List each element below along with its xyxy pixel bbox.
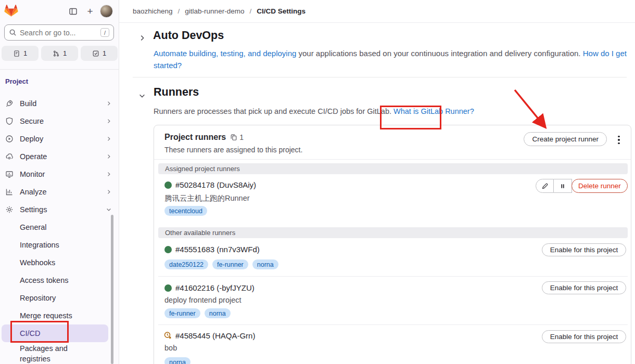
chart-icon <box>5 188 14 196</box>
runner-tags: date250122 fe-runner norna <box>164 259 278 269</box>
breadcrumb-separator: / <box>249 7 251 15</box>
sidebar-item-cicd[interactable]: CI/CD <box>2 324 108 342</box>
row-divider <box>158 276 628 277</box>
runner-id[interactable]: #4585445 (HAQA-Grn) <box>175 331 255 340</box>
sidebar-item-general[interactable]: General <box>0 218 119 236</box>
chevron-right-icon <box>106 136 112 142</box>
chevron-down-icon <box>138 92 146 99</box>
main-content: Auto DevOps Automate building, testing, … <box>119 23 635 364</box>
sidebar-item-secure[interactable]: Secure <box>0 112 119 130</box>
sidebar-item-repository[interactable]: Repository <box>0 289 119 307</box>
panel-title: Project runners 1 <box>164 133 244 142</box>
runner-description: bob <box>164 344 177 352</box>
runner-tag: tecentcloud <box>164 206 207 216</box>
rocket-icon <box>5 99 14 108</box>
chevron-right-icon <box>106 100 112 107</box>
enable-runner-button[interactable]: Enable for this project <box>542 243 626 256</box>
runner-tag: fe-runner <box>212 259 248 269</box>
breadcrumb-item-current: CI/CD Settings <box>257 7 306 15</box>
autodevops-expand-button[interactable] <box>136 32 148 44</box>
row-divider <box>158 324 628 325</box>
runners-title: Runners <box>154 86 199 99</box>
create-new-button[interactable]: + <box>84 6 96 17</box>
runner-count-icon <box>230 134 237 141</box>
what-is-runner-link[interactable]: What is GitLab Runner? <box>393 107 474 115</box>
sidebar-item-operate[interactable]: Operate <box>0 148 119 165</box>
sidebar-item-deploy[interactable]: Deploy <box>0 130 119 148</box>
pencil-icon <box>541 183 549 190</box>
user-avatar[interactable] <box>100 5 113 18</box>
other-runners-header: Other available runners <box>158 227 628 238</box>
sidebar-scrollbar[interactable] <box>111 215 113 364</box>
issues-counter[interactable]: 1 <box>2 46 39 61</box>
runner-tag: norna <box>164 357 190 364</box>
delete-runner-button[interactable]: Delete runner <box>572 179 628 193</box>
runner-online-status-icon <box>164 284 172 292</box>
chevron-right-icon <box>106 153 112 160</box>
sidebar-item-webhooks[interactable]: Webhooks <box>0 254 119 271</box>
pause-icon <box>560 183 566 189</box>
runner-id[interactable]: #50284178 (DuvS8Aiy) <box>175 180 256 189</box>
sidebar-item-merge-requests[interactable]: Merge requests <box>0 307 119 324</box>
chevron-right-icon <box>106 189 112 195</box>
monitor-icon <box>5 170 14 178</box>
section-divider <box>133 77 627 77</box>
autodevops-title: Auto DevOps <box>153 29 224 42</box>
runner-tags: norna <box>164 357 190 364</box>
runner-tag: norna <box>252 259 278 269</box>
breadcrumb-item-project[interactable]: gitlab-runner-demo <box>185 7 244 15</box>
sidebar-nav: Build Secure Deploy Operate <box>0 95 119 364</box>
merge-requests-counter[interactable]: 1 <box>41 46 78 61</box>
gitlab-logo-icon[interactable] <box>4 4 18 18</box>
issues-icon <box>13 50 20 57</box>
sidebar-item-analyze[interactable]: Analyze <box>0 183 119 201</box>
runner-tags: fe-runner norna <box>164 308 231 318</box>
chevron-down-icon <box>106 206 112 213</box>
panel-header: Project runners 1 These runners are assi… <box>154 125 631 160</box>
cloud-gear-icon <box>5 152 14 161</box>
todo-check-icon <box>92 50 99 57</box>
search-box[interactable]: / <box>4 24 114 41</box>
runners-description: Runners are processes that pick up and e… <box>154 107 474 115</box>
sidebar-item-integrations[interactable]: Integrations <box>0 236 119 254</box>
search-shortcut-key: / <box>100 28 109 37</box>
runner-online-status-icon <box>164 246 172 253</box>
edit-runner-button[interactable] <box>536 179 554 193</box>
runner-tag: date250122 <box>164 259 208 269</box>
runner-count: 1 <box>239 133 244 141</box>
autodevops-link[interactable]: Automate building, testing, and deployin… <box>154 49 296 58</box>
shield-icon <box>5 117 14 125</box>
enable-runner-button[interactable]: Enable for this project <box>542 281 626 294</box>
project-runners-panel: Project runners 1 These runners are assi… <box>154 125 631 364</box>
sidebar-section-label: Project <box>5 77 28 85</box>
search-icon <box>9 29 17 36</box>
todos-counter[interactable]: 1 <box>81 46 118 61</box>
runner-tag: fe-runner <box>164 308 200 318</box>
pause-runner-button[interactable] <box>554 179 572 193</box>
sidebar: + / 1 1 1 Project <box>0 0 119 364</box>
runner-description: 腾讯云主机上跑的Runner <box>164 193 250 203</box>
enable-runner-button[interactable]: Enable for this project <box>542 330 626 343</box>
more-actions-kebab-icon[interactable] <box>613 133 625 147</box>
merge-request-icon <box>53 50 60 57</box>
assigned-runners-header: Assigned project runners <box>158 163 628 174</box>
runner-online-status-icon <box>164 181 172 189</box>
search-input[interactable] <box>20 29 97 37</box>
breadcrumb-item-namespace[interactable]: baozhicheng <box>133 7 173 15</box>
sidebar-item-monitor[interactable]: Monitor <box>0 165 119 183</box>
runner-id[interactable]: #41602216 (-byfJYZU) <box>175 283 255 292</box>
runner-tag: norna <box>205 308 231 318</box>
chevron-right-icon <box>106 118 112 124</box>
sidebar-divider <box>0 69 119 70</box>
sidebar-item-access-tokens[interactable]: Access tokens <box>0 271 119 289</box>
panel-subtitle: These runners are assigned to this proje… <box>164 146 302 154</box>
runner-id[interactable]: #45551683 (nn7v3WFd) <box>175 245 260 254</box>
sidebar-item-settings[interactable]: Settings <box>0 201 119 218</box>
deploy-icon <box>5 135 14 143</box>
sidebar-item-build[interactable]: Build <box>0 95 119 112</box>
sidebar-item-packages-registries[interactable]: Packages and registries <box>0 342 119 364</box>
runners-collapse-button[interactable] <box>136 89 148 102</box>
sidebar-toggle-button[interactable] <box>67 6 79 17</box>
gear-icon <box>5 205 14 214</box>
create-project-runner-button[interactable]: Create project runner <box>524 132 607 146</box>
